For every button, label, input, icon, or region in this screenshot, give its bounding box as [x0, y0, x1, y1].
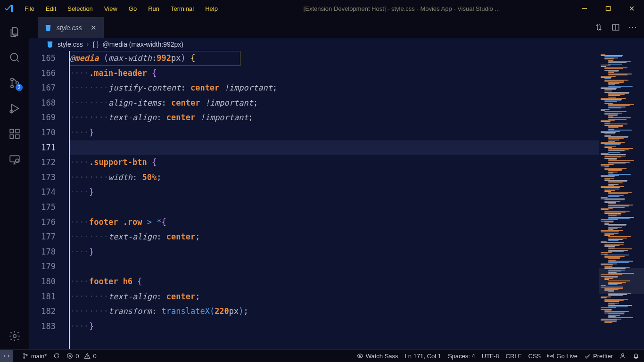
- code-editor[interactable]: 1651661671681691701711721731741751761771…: [29, 51, 599, 349]
- explorer-icon[interactable]: [8, 25, 21, 39]
- code-line[interactable]: [69, 259, 599, 274]
- code-line[interactable]: ····}: [69, 185, 599, 200]
- remote-explorer-icon[interactable]: [8, 153, 21, 166]
- code-line[interactable]: [69, 200, 599, 215]
- code-line[interactable]: ····.main-header {: [69, 66, 599, 81]
- svg-rect-7: [10, 135, 14, 139]
- status-watch-sass[interactable]: Watch Sass: [357, 353, 398, 360]
- line-number: 181: [29, 289, 56, 304]
- menu-help[interactable]: Help: [199, 2, 223, 15]
- compare-changes-icon[interactable]: [594, 23, 603, 32]
- status-bell-icon[interactable]: [633, 353, 639, 359]
- extensions-icon[interactable]: [8, 127, 21, 140]
- breadcrumb-file[interactable]: style.css: [58, 41, 83, 48]
- code-line[interactable]: [69, 140, 599, 156]
- more-actions-icon[interactable]: ···: [628, 23, 637, 32]
- remote-indicator[interactable]: [0, 350, 13, 362]
- code-line[interactable]: ····footer h6 {: [69, 274, 599, 289]
- menu-terminal[interactable]: Terminal: [165, 2, 199, 15]
- line-number: 175: [29, 200, 56, 215]
- menu-file[interactable]: File: [19, 2, 40, 15]
- menu-edit[interactable]: Edit: [40, 2, 62, 15]
- svg-rect-9: [16, 129, 19, 133]
- status-indent[interactable]: Spaces: 4: [448, 353, 475, 360]
- window-controls: [580, 5, 640, 12]
- code-line[interactable]: ········justify-content: center !importa…: [69, 81, 599, 96]
- code-line[interactable]: ········text-align: center;: [69, 230, 599, 245]
- search-icon[interactable]: [8, 51, 21, 64]
- vscode-logo-icon: [4, 3, 14, 14]
- minimap[interactable]: [599, 51, 644, 349]
- status-bar: main* 0 0 Watch Sass Ln 171, Col 1 Space…: [0, 349, 644, 362]
- code-line[interactable]: ········text-align: center;: [69, 289, 599, 304]
- code-line[interactable]: ····.support-btn {: [69, 155, 599, 170]
- source-control-icon[interactable]: 2: [8, 76, 21, 90]
- line-number: 176: [29, 215, 56, 230]
- minimize-icon[interactable]: [580, 5, 589, 12]
- css-file-icon: [44, 24, 52, 32]
- close-icon[interactable]: [627, 5, 636, 12]
- run-debug-icon[interactable]: [8, 102, 21, 115]
- svg-point-3: [11, 85, 13, 88]
- svg-point-15: [24, 357, 25, 358]
- menu-go[interactable]: Go: [123, 2, 142, 15]
- line-number: 180: [29, 274, 56, 289]
- code-line[interactable]: ····}: [69, 319, 599, 334]
- status-cursor-position[interactable]: Ln 171, Col 1: [405, 353, 441, 360]
- menu-view[interactable]: View: [99, 2, 123, 15]
- activity-bar: 2: [0, 17, 29, 349]
- line-number: 178: [29, 245, 56, 260]
- line-number: 169: [29, 110, 56, 125]
- svg-point-20: [622, 354, 624, 356]
- status-problems[interactable]: 0 0: [66, 353, 96, 360]
- tab-close-icon[interactable]: ✕: [91, 24, 97, 32]
- line-number: 171: [29, 140, 56, 156]
- breadcrumb[interactable]: style.css › { } @media (max-width:992px): [29, 38, 644, 51]
- status-sync[interactable]: [53, 353, 60, 359]
- code-line[interactable]: ····}: [69, 125, 599, 140]
- tabs-bar: style.css ✕ ···: [29, 17, 644, 38]
- svg-point-19: [550, 355, 552, 357]
- editor-actions: ···: [588, 17, 644, 38]
- status-eol[interactable]: CRLF: [506, 353, 522, 360]
- line-number: 170: [29, 125, 56, 140]
- chevron-right-icon: ›: [87, 41, 89, 48]
- svg-rect-8: [16, 135, 19, 139]
- window-title: [Extension Development Host] - style.css…: [225, 5, 578, 12]
- code-line[interactable]: @media (max-width:992px) {: [69, 51, 599, 66]
- code-line[interactable]: ····}: [69, 245, 599, 260]
- svg-point-14: [24, 354, 25, 354]
- code-line[interactable]: ········transform: translateX(220px);: [69, 304, 599, 319]
- status-encoding[interactable]: UTF-8: [482, 353, 499, 360]
- code-line[interactable]: ········width: 50%;: [69, 170, 599, 185]
- svg-rect-0: [606, 7, 611, 11]
- menu-run[interactable]: Run: [142, 2, 165, 15]
- menu-selection[interactable]: Selection: [62, 2, 98, 15]
- status-prettier[interactable]: Prettier: [584, 353, 613, 360]
- status-go-live[interactable]: Go Live: [547, 353, 578, 360]
- maximize-icon[interactable]: [603, 5, 613, 12]
- settings-gear-icon[interactable]: [8, 329, 21, 343]
- editor-group: style.css ✕ ··· style.css › { } @media (…: [29, 17, 644, 349]
- code-line[interactable]: ····footer .row > *{: [69, 215, 599, 230]
- status-feedback-icon[interactable]: [619, 353, 626, 359]
- svg-point-1: [10, 53, 17, 60]
- braces-icon: { }: [92, 41, 99, 48]
- code-line[interactable]: ········align-items: center !important;: [69, 96, 599, 111]
- code-line[interactable]: ········text-align: center !important;: [69, 110, 599, 125]
- scm-badge: 2: [16, 84, 23, 91]
- title-bar: FileEditSelectionViewGoRunTerminalHelp […: [0, 0, 644, 17]
- code-lines[interactable]: @media (max-width:992px) {····.main-head…: [69, 51, 599, 349]
- tab-style-css[interactable]: style.css ✕: [38, 17, 104, 38]
- svg-point-18: [359, 355, 361, 357]
- tab-label: style.css: [57, 24, 82, 32]
- line-number: 177: [29, 230, 56, 245]
- breadcrumb-symbol[interactable]: @media (max-width:992px): [103, 41, 183, 48]
- line-number: 174: [29, 185, 56, 200]
- status-branch[interactable]: main*: [22, 353, 47, 360]
- line-number: 168: [29, 96, 56, 111]
- line-number: 167: [29, 81, 56, 96]
- split-editor-icon[interactable]: [611, 23, 620, 32]
- svg-point-2: [11, 78, 13, 81]
- status-language[interactable]: CSS: [528, 353, 541, 360]
